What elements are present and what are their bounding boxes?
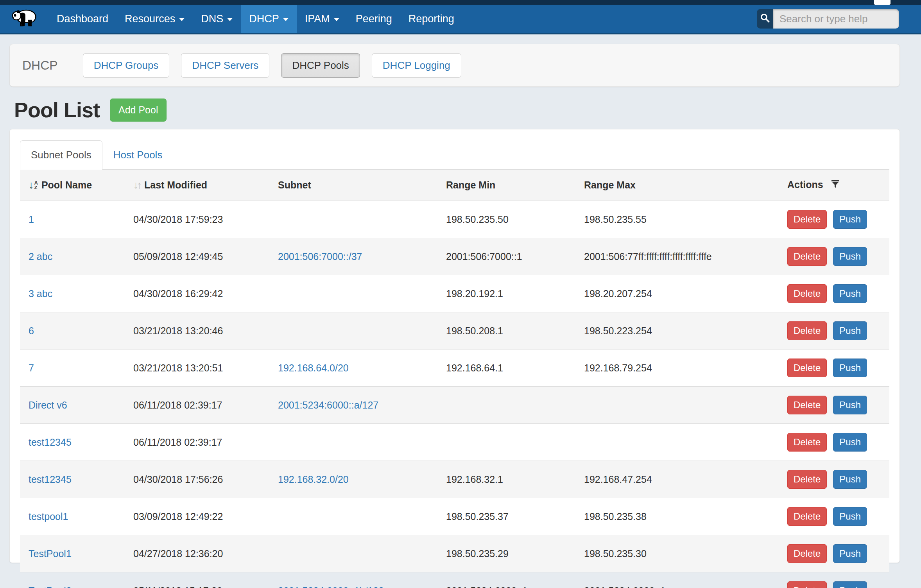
delete-button[interactable]: Delete [787,396,827,414]
last-modified-value: 03/21/2018 13:20:46 [133,325,223,336]
column-header-last-modified[interactable]: ↓↑Last Modified [125,170,269,201]
range-max-value: 192.168.47.254 [584,474,652,485]
tab-subnet-pools[interactable]: Subnet Pools [20,140,102,170]
chevron-down-icon [334,18,339,21]
delete-button[interactable]: Delete [787,507,827,526]
push-button[interactable]: Push [833,507,867,526]
range-min-value: 192.168.32.1 [446,474,503,485]
search-input[interactable] [773,9,899,29]
pool-name-link[interactable]: 1 [29,214,34,225]
tab-host-pools[interactable]: Host Pools [102,140,174,170]
delete-button[interactable]: Delete [787,470,827,489]
nav-item-reporting[interactable]: Reporting [400,5,462,33]
delete-button[interactable]: Delete [787,433,827,452]
push-button[interactable]: Push [833,284,867,303]
pool-name-link[interactable]: TestPool2 [29,585,72,588]
delete-button[interactable]: Delete [787,359,827,377]
subnet-link[interactable]: 192.168.32.0/20 [278,474,349,485]
nav-item-peering[interactable]: Peering [348,5,400,33]
range-min-value: 2001:506:7000::1 [446,251,522,262]
nav-item-dns[interactable]: DNS [193,5,241,33]
global-search [757,5,899,33]
range-max-value: 198.50.235.38 [584,511,647,522]
pool-name-link[interactable]: TestPool1 [29,548,72,559]
search-button[interactable] [757,9,773,29]
delete-button[interactable]: Delete [787,247,827,266]
dhcp-section-card: DHCP DHCP Groups DHCP Servers DHCP Pools… [9,44,900,87]
pool-name-link[interactable]: 6 [29,325,34,336]
main-navbar: Dashboard Resources DNS DHCP IPAM Peerin… [0,5,921,34]
last-modified-value: 05/09/2018 12:49:45 [133,251,223,262]
last-modified-value: 03/21/2018 13:20:51 [133,362,223,373]
table-row: 3 abc 04/30/2018 16:29:42 198.20.192.1 1… [20,275,889,312]
delete-button[interactable]: Delete [787,544,827,563]
table-header-row: ↓AZPool Name ↓↑Last Modified Subnet Rang… [20,170,889,201]
range-min-value: 198.50.235.50 [446,214,509,225]
range-max-value: 198.50.235.30 [584,548,647,559]
dhcp-pools-button[interactable]: DHCP Pools [281,53,360,78]
pool-name-link[interactable]: 2 abc [29,251,52,262]
table-row: Direct v6 06/11/2018 02:39:17 2001:5234:… [20,387,889,424]
pool-name-link[interactable]: 3 abc [29,288,52,299]
table-row: testpool1 03/09/2018 12:49:22 198.50.235… [20,498,889,535]
pool-name-link[interactable]: testpool1 [29,511,68,522]
push-button[interactable]: Push [833,396,867,414]
section-title: DHCP [22,58,58,73]
range-min-value: 198.50.235.37 [446,511,509,522]
range-min-value: 198.50.235.29 [446,548,509,559]
push-button[interactable]: Push [833,433,867,452]
nav-item-resources[interactable]: Resources [116,5,193,33]
range-max-value: 192.168.79.254 [584,362,652,373]
subnet-link[interactable]: 2001:506:7000::/37 [278,251,362,262]
delete-button[interactable]: Delete [787,321,827,340]
pool-name-link[interactable]: test12345 [29,474,72,485]
push-button[interactable]: Push [833,470,867,489]
push-button[interactable]: Push [833,247,867,266]
sort-up-down-icon: ↓↑ [133,179,140,191]
nav-item-label: Reporting [409,13,454,25]
push-button[interactable]: Push [833,210,867,229]
table-row: TestPool2 05/11/2018 15:17:26 2001:5234:… [20,572,889,588]
column-header-pool-name[interactable]: ↓AZPool Name [20,170,125,201]
table-row: TestPool1 04/27/2018 12:36:20 198.50.235… [20,535,889,572]
last-modified-value: 06/11/2018 02:39:17 [133,437,222,448]
subnet-link[interactable]: 2001:5234:6000::a/127 [278,400,378,411]
table-row: test12345 06/11/2018 02:39:17 Delete Pus… [20,424,889,461]
push-button[interactable]: Push [833,321,867,340]
nav-item-dhcp[interactable]: DHCP [241,5,297,33]
nav-item-label: IPAM [305,13,330,25]
dhcp-servers-button[interactable]: DHCP Servers [181,53,269,78]
pool-name-link[interactable]: 7 [29,362,34,373]
filter-icon[interactable] [828,180,840,191]
search-icon [760,13,770,25]
dhcp-groups-button[interactable]: DHCP Groups [83,53,170,78]
push-button[interactable]: Push [833,581,867,588]
table-row: 2 abc 05/09/2018 12:49:45 2001:506:7000:… [20,238,889,275]
sort-alpha-asc-icon: ↓AZ [29,180,38,190]
subnet-link[interactable]: 2001:5234:6000::1b/128 [278,585,384,588]
delete-button[interactable]: Delete [787,581,827,588]
delete-button[interactable]: Delete [787,210,827,229]
table-row: 6 03/21/2018 13:20:46 198.50.208.1 198.5… [20,312,889,350]
brand-logo[interactable] [0,5,48,33]
dhcp-logging-button[interactable]: DHCP Logging [372,53,461,78]
push-button[interactable]: Push [833,359,867,377]
delete-button[interactable]: Delete [787,284,827,303]
push-button[interactable]: Push [833,544,867,563]
column-header-subnet: Subnet [269,170,437,201]
add-pool-button[interactable]: Add Pool [110,99,167,122]
pool-name-link[interactable]: Direct v6 [29,400,67,411]
nav-item-label: Dashboard [57,13,108,25]
dhcp-section-button-label: DHCP Groups [94,59,159,71]
range-min-value: 198.50.208.1 [446,325,503,336]
nav-item-ipam[interactable]: IPAM [297,5,348,33]
last-modified-value: 04/30/2018 17:59:23 [133,214,223,225]
pool-name-link[interactable]: test12345 [29,437,72,448]
range-max-value: 198.50.235.55 [584,214,647,225]
table-row: 7 03/21/2018 13:20:51 192.168.64.0/20 19… [20,350,889,387]
subnet-link[interactable]: 192.168.64.0/20 [278,362,349,373]
range-min-value: 192.168.64.1 [446,362,503,373]
column-header-actions: Actions [779,170,889,201]
range-max-value: 2001:506:77ff:ffff:ffff:ffff:ffff:fffe [584,251,712,262]
nav-item-dashboard[interactable]: Dashboard [48,5,116,33]
